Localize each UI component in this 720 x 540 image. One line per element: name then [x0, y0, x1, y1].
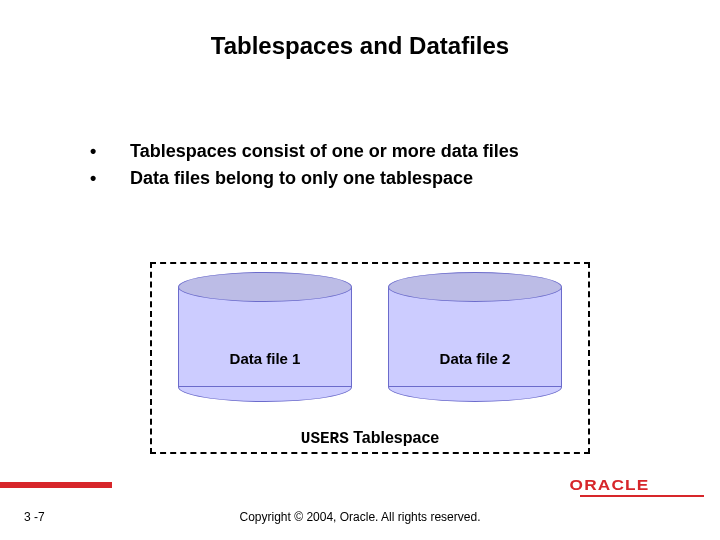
- slide: Tablespaces and Datafiles • Tablespaces …: [0, 0, 720, 540]
- cylinder-top: [388, 272, 562, 302]
- cylinder-top: [178, 272, 352, 302]
- datafile-1-label: Data file 1: [178, 350, 352, 367]
- bullet-marker: •: [90, 165, 130, 192]
- bullet-item: • Tablespaces consist of one or more dat…: [90, 138, 660, 165]
- datafile-2-cylinder: Data file 2: [388, 272, 562, 402]
- datafile-2-label: Data file 2: [388, 350, 562, 367]
- slide-title: Tablespaces and Datafiles: [0, 0, 720, 60]
- oracle-logo-text: ORACLE: [570, 476, 650, 493]
- bullet-marker: •: [90, 138, 130, 165]
- bullet-text: Tablespaces consist of one or more data …: [130, 138, 519, 165]
- tablespace-diagram: Data file 1 Data file 2 USERS Tablespace: [150, 262, 590, 454]
- tablespace-caption: USERS Tablespace: [152, 429, 588, 448]
- copyright-text: Copyright © 2004, Oracle. All rights res…: [0, 510, 720, 524]
- cylinder-body: [388, 287, 562, 387]
- oracle-logo-underline: [580, 495, 704, 497]
- bullet-list: • Tablespaces consist of one or more dat…: [90, 138, 660, 192]
- accent-bar: [0, 482, 112, 488]
- bullet-item: • Data files belong to only one tablespa…: [90, 165, 660, 192]
- datafile-1-cylinder: Data file 1: [178, 272, 352, 402]
- oracle-logo: ORACLE: [580, 476, 704, 492]
- cylinder-body: [178, 287, 352, 387]
- tablespace-word: Tablespace: [353, 429, 439, 446]
- bullet-text: Data files belong to only one tablespace: [130, 165, 473, 192]
- tablespace-name: USERS: [301, 430, 349, 448]
